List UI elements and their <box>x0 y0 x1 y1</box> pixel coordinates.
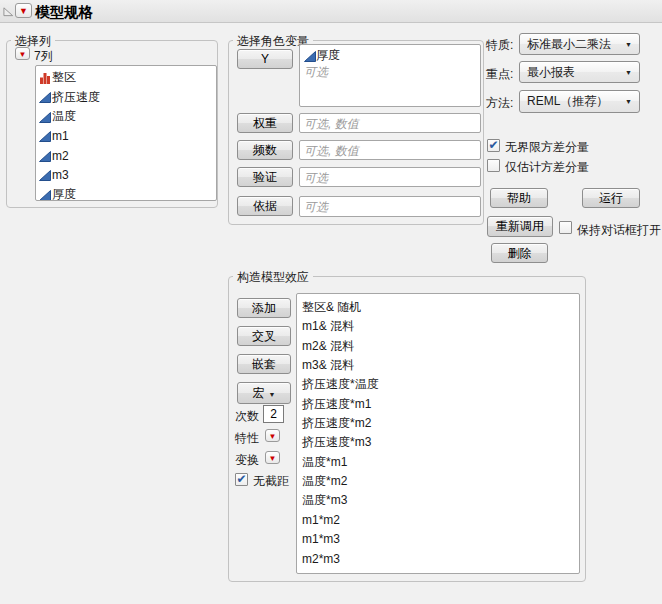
weight-placeholder: 可选, 数值 <box>304 117 359 131</box>
method-label: 方法: <box>486 95 513 112</box>
column-type-icon <box>39 169 51 181</box>
effect-item[interactable]: 温度*m1 <box>302 452 579 471</box>
estimate-only-label: 仅估计方差分量 <box>505 159 589 176</box>
column-name: 厚度 <box>51 186 76 201</box>
column-name: m3 <box>51 168 69 182</box>
column-item[interactable]: m2 <box>39 146 216 166</box>
model-specification-dialog: ▼ 模型规格 选择列 ▼ 7列 <box>0 0 662 604</box>
effect-item[interactable]: m1*m2 <box>302 510 579 529</box>
check-icon: ✔ <box>488 139 498 151</box>
red-triangle-icon: ▼ <box>19 50 27 58</box>
nest-button[interactable]: 嵌套 <box>237 354 291 374</box>
red-triangle-icon: ▼ <box>269 432 277 440</box>
by-button[interactable]: 依据 <box>237 196 293 216</box>
columns-listbox[interactable]: 整区 <box>35 65 217 201</box>
validation-button[interactable]: 验证 <box>237 167 293 187</box>
emphasis-label: 重点: <box>486 66 513 83</box>
chevron-down-icon: ▼ <box>269 391 276 398</box>
column-count-label: 7列 <box>34 48 53 65</box>
column-item[interactable]: m1 <box>39 127 216 147</box>
cross-button[interactable]: 交叉 <box>237 326 291 346</box>
effect-item[interactable]: m1& 混料 <box>302 317 579 336</box>
column-item[interactable]: 挤压速度 <box>39 88 216 108</box>
chevron-down-icon: ▼ <box>625 98 632 105</box>
effect-item[interactable]: 温度*m3 <box>302 491 579 510</box>
no-intercept-checkbox[interactable]: ✔ <box>235 473 248 486</box>
effect-item[interactable]: m2& 混料 <box>302 337 579 356</box>
effect-item[interactable]: 整区& 随机 <box>302 298 579 317</box>
columns-red-triangle-button[interactable]: ▼ <box>15 47 30 60</box>
red-triangle-icon: ▼ <box>269 454 277 462</box>
help-button[interactable]: 帮助 <box>490 188 548 208</box>
macros-button[interactable]: 宏 ▼ <box>237 382 291 404</box>
column-item[interactable]: 整区 <box>39 68 216 88</box>
effects-list: 整区& 随机 m1& 混料 m2& 混料 m3& 混料 挤压速度*温度 挤压速度… <box>297 294 579 568</box>
column-item[interactable]: 温度 <box>39 107 216 127</box>
freq-rolebox[interactable]: 可选, 数值 <box>299 140 481 160</box>
effect-item[interactable]: 挤压速度*温度 <box>302 375 579 394</box>
degree-input[interactable] <box>263 405 284 423</box>
chevron-down-icon: ▼ <box>625 69 632 76</box>
unbounded-variance-label: 无界限方差分量 <box>505 139 589 156</box>
effects-listbox[interactable]: 整区& 随机 m1& 混料 m2& 混料 m3& 混料 挤压速度*温度 挤压速度… <box>296 293 580 574</box>
degree-label: 次数 <box>235 408 259 425</box>
column-name: 挤压速度 <box>51 89 100 106</box>
weight-button[interactable]: 权重 <box>237 113 293 133</box>
run-button[interactable]: 运行 <box>582 188 640 208</box>
keep-dialog-open-checkbox[interactable]: ✔ <box>559 221 572 234</box>
weight-rolebox[interactable]: 可选, 数值 <box>299 113 481 133</box>
column-name: m2 <box>51 149 69 163</box>
column-name: 温度 <box>51 108 76 125</box>
effect-item[interactable]: 挤压速度*m3 <box>302 433 579 452</box>
disclosure-wedge-icon[interactable] <box>3 6 14 17</box>
attributes-label: 特性 <box>235 430 259 447</box>
continuous-icon <box>304 50 316 62</box>
no-intercept-label: 无截距 <box>253 473 289 490</box>
effect-item[interactable]: 温度*m2 <box>302 472 579 491</box>
emphasis-select[interactable]: 最小报表 ▼ <box>519 61 640 83</box>
check-icon: ✔ <box>236 473 246 485</box>
column-type-icon <box>39 150 51 162</box>
y-role-item-name: 厚度 <box>316 47 340 64</box>
y-rolebox[interactable]: 厚度 可选 <box>299 44 481 107</box>
effect-item[interactable]: m3& 混料 <box>302 356 579 375</box>
y-placeholder: 可选 <box>304 64 476 81</box>
column-type-icon <box>39 72 51 84</box>
construct-effects-label: 构造模型效应 <box>233 269 313 286</box>
column-name: 整区 <box>51 69 76 86</box>
validation-rolebox[interactable]: 可选 <box>299 167 481 187</box>
columns-list: 整区 <box>36 66 216 201</box>
effect-item[interactable]: m2*m3 <box>302 549 579 568</box>
y-role-item[interactable]: 厚度 <box>304 47 476 64</box>
column-type-icon <box>39 91 51 103</box>
effect-item[interactable]: m1*m3 <box>302 530 579 549</box>
add-button[interactable]: 添加 <box>237 298 291 318</box>
effect-item[interactable]: 挤压速度*m1 <box>302 394 579 413</box>
transform-red-triangle-button[interactable]: ▼ <box>265 451 280 464</box>
freq-placeholder: 可选, 数值 <box>304 144 359 158</box>
unbounded-variance-checkbox[interactable]: ✔ <box>487 139 500 152</box>
recall-button[interactable]: 重新调用 <box>487 216 553 237</box>
effect-item[interactable]: 挤压速度*m2 <box>302 414 579 433</box>
by-placeholder: 可选 <box>304 200 328 214</box>
by-rolebox[interactable]: 可选 <box>299 196 481 217</box>
red-triangle-menu-button[interactable]: ▼ <box>15 3 32 18</box>
y-button[interactable]: Y <box>237 49 293 69</box>
column-name: m1 <box>51 129 69 143</box>
personality-select[interactable]: 标准最小二乘法 ▼ <box>519 33 640 55</box>
column-type-icon <box>39 111 51 123</box>
column-type-icon <box>39 189 51 201</box>
construct-effects-panel: 构造模型效应 添加 交叉 嵌套 宏 ▼ 次数 特性 ▼ 变换 ▼ ✔ 无截距 <box>228 276 586 582</box>
freq-button[interactable]: 频数 <box>237 140 293 160</box>
validation-placeholder: 可选 <box>304 171 328 185</box>
page-title: 模型规格 <box>35 3 93 22</box>
attributes-red-triangle-button[interactable]: ▼ <box>265 429 280 442</box>
method-select[interactable]: REML（推荐） ▼ <box>519 90 640 113</box>
remove-button[interactable]: 删除 <box>491 243 548 263</box>
estimate-only-checkbox[interactable]: ✔ <box>487 159 500 172</box>
chevron-down-icon: ▼ <box>625 41 632 48</box>
column-item[interactable]: m3 <box>39 166 216 186</box>
transform-label: 变换 <box>235 452 259 469</box>
column-type-icon <box>39 130 51 142</box>
column-item[interactable]: 厚度 <box>39 185 216 201</box>
